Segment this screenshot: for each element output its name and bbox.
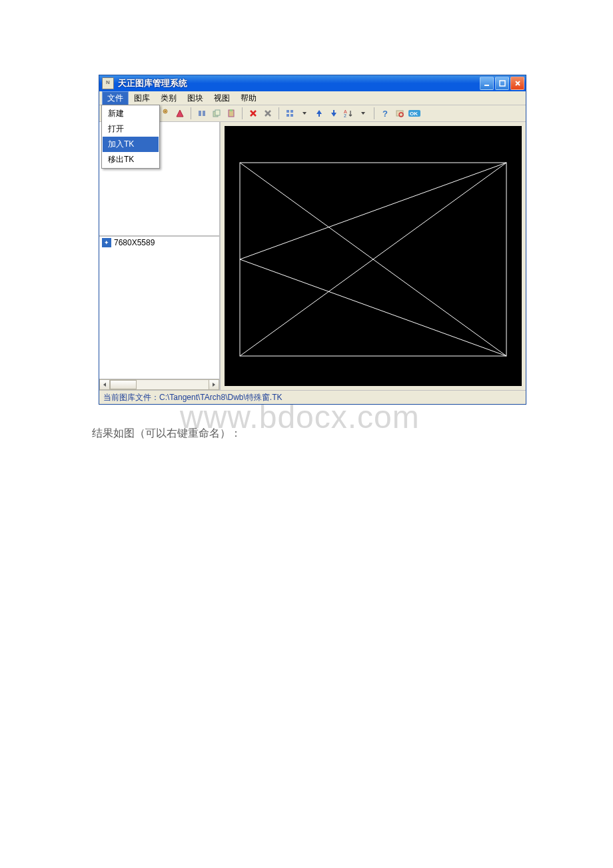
block-icon: ✦ (102, 238, 111, 247)
toolbar-separator (374, 107, 374, 119)
tool-copy-icon[interactable] (211, 107, 223, 119)
toolbar-separator (279, 107, 279, 119)
menu-item-remove-tk[interactable]: 移出TK (103, 152, 159, 167)
svg-rect-8 (215, 110, 220, 115)
block-list[interactable]: ✦ 7680X5589 (99, 235, 219, 390)
titlebar: N 天正图库管理系统 (99, 75, 526, 91)
tool-ok-icon[interactable]: OK (408, 107, 420, 119)
menu-block[interactable]: 图块 (182, 91, 209, 105)
tool-help-icon[interactable]: ? (379, 107, 391, 119)
tool-sort-icon[interactable]: A2 (342, 107, 354, 119)
app-window: N 天正图库管理系统 文件 图库 类别 图块 视图 帮助 (99, 75, 526, 405)
svg-rect-5 (199, 111, 201, 116)
svg-line-31 (240, 163, 506, 259)
scroll-track[interactable] (110, 379, 209, 390)
scroll-left-arrow-icon[interactable] (99, 379, 110, 390)
svg-rect-12 (291, 110, 293, 113)
svg-point-3 (165, 111, 166, 112)
svg-rect-10 (230, 109, 233, 111)
menu-view[interactable]: 视图 (209, 91, 235, 105)
tool-dropdown-arrow-icon[interactable] (299, 107, 310, 119)
svg-marker-20 (361, 112, 365, 115)
preview-canvas[interactable] (225, 126, 522, 386)
scroll-right-arrow-icon[interactable] (209, 379, 219, 390)
svg-marker-15 (303, 112, 306, 115)
tool-delete-red-icon[interactable] (247, 107, 259, 119)
status-path: C:\Tangent\TArch8\Dwb\特殊窗.TK (159, 392, 283, 403)
svg-rect-13 (287, 114, 289, 117)
svg-rect-6 (203, 111, 205, 116)
status-label-prefix: 当前图库文件： (103, 392, 159, 403)
menu-category[interactable]: 类别 (155, 91, 182, 105)
tool-icon-1[interactable] (159, 107, 171, 119)
close-button[interactable] (510, 77, 524, 90)
list-item-label: 7680X5589 (114, 238, 155, 247)
menu-library[interactable]: 图库 (129, 91, 155, 105)
toolbar-separator (191, 107, 191, 119)
app-icon: N (102, 77, 114, 89)
tool-preview-icon[interactable] (394, 107, 406, 119)
horizontal-scrollbar[interactable] (99, 379, 219, 390)
caption-text: 结果如图（可以右键重命名）： (92, 427, 241, 441)
svg-rect-1 (500, 81, 505, 86)
statusbar: 当前图库文件： C:\Tangent\TArch8\Dwb\特殊窗.TK (99, 391, 526, 404)
maximize-button[interactable] (495, 77, 509, 90)
tool-grid-icon[interactable] (284, 107, 296, 119)
tool-down-arrow-icon[interactable] (328, 107, 340, 119)
svg-rect-11 (287, 110, 289, 113)
svg-marker-4 (177, 110, 183, 117)
svg-text:2: 2 (344, 113, 346, 118)
file-menu-dropdown: 新建 打开 加入TK 移出TK (101, 105, 160, 169)
svg-marker-26 (103, 383, 106, 387)
tool-dropdown-arrow-icon[interactable] (357, 107, 369, 119)
tool-paste-icon[interactable] (225, 107, 237, 119)
menu-item-new[interactable]: 新建 (103, 106, 159, 121)
tool-up-arrow-icon[interactable] (313, 107, 325, 119)
list-item[interactable]: ✦ 7680X5589 (99, 237, 219, 249)
scroll-thumb[interactable] (110, 380, 137, 389)
menu-item-open[interactable]: 打开 (103, 121, 159, 137)
menu-file[interactable]: 文件 (102, 91, 129, 105)
client-area: ✦ 7680X5589 (99, 122, 526, 391)
minimize-button[interactable] (480, 77, 494, 90)
svg-rect-0 (484, 85, 489, 86)
menubar: 文件 图库 类别 图块 视图 帮助 (99, 91, 526, 105)
svg-marker-16 (316, 110, 322, 117)
tool-move-icon[interactable] (196, 107, 208, 119)
toolbar: A2 ? OK (99, 105, 526, 122)
svg-text:?: ? (382, 109, 388, 118)
tool-triangle-icon[interactable] (174, 107, 186, 119)
svg-marker-17 (331, 110, 336, 117)
svg-rect-14 (291, 114, 293, 117)
preview-drawing (225, 126, 522, 386)
menu-item-add-tk[interactable]: 加入TK (103, 137, 159, 152)
toolbar-separator (242, 107, 243, 119)
svg-marker-27 (213, 383, 215, 387)
menu-help[interactable]: 帮助 (235, 91, 262, 105)
svg-line-32 (240, 259, 506, 356)
svg-text:OK: OK (410, 111, 418, 117)
tool-delete-gray-icon[interactable] (262, 107, 274, 119)
window-title: 天正图库管理系统 (118, 77, 480, 89)
